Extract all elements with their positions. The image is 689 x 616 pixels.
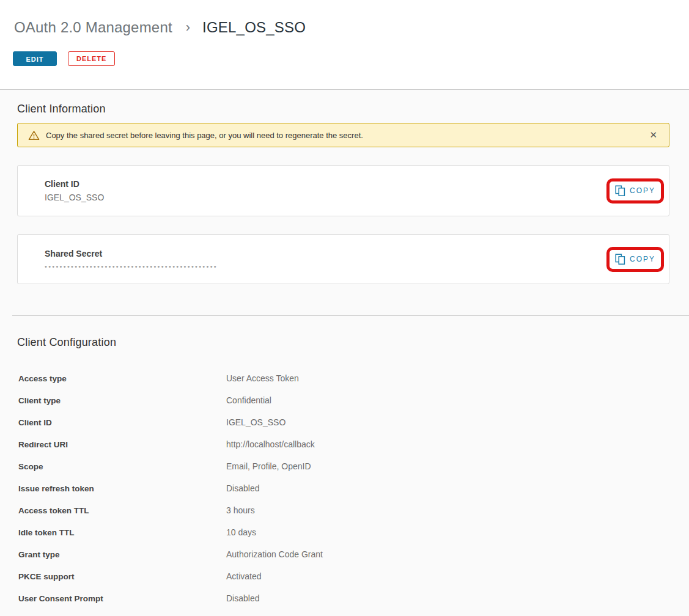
config-value: Disabled: [226, 593, 259, 603]
breadcrumb: OAuth 2.0 Management › IGEL_OS_SSO: [0, 0, 689, 36]
breadcrumb-parent-link[interactable]: OAuth 2.0 Management: [14, 19, 172, 35]
shared-secret-masked-value: ••••••••••••••••••••••••••••••••••••••••…: [45, 263, 218, 270]
config-row: Scope Email, Profile, OpenID: [17, 455, 669, 477]
breadcrumb-chevron-icon: ›: [186, 20, 191, 35]
config-label: Grant type: [18, 550, 226, 559]
config-value: Email, Profile, OpenID: [226, 461, 311, 471]
config-value: IGEL_OS_SSO: [226, 417, 286, 427]
config-label: Redirect URI: [18, 440, 226, 449]
config-value: Disabled: [226, 483, 259, 493]
client-configuration-heading: Client Configuration: [17, 316, 669, 349]
copy-button-label: COPY: [630, 186, 655, 195]
config-row: Client type Confidential: [17, 389, 669, 411]
copy-shared-secret-annotation-highlight: COPY: [606, 247, 664, 272]
client-id-fields: Client ID IGEL_OS_SSO: [45, 179, 104, 202]
shared-secret-fields: Shared Secret ••••••••••••••••••••••••••…: [45, 249, 218, 270]
config-label: Idle token TTL: [18, 528, 226, 537]
config-row: Grant type Authorization Code Grant: [17, 543, 669, 565]
config-value: 3 hours: [226, 505, 255, 515]
config-value: Authorization Code Grant: [226, 549, 323, 559]
config-label: Client ID: [18, 418, 226, 427]
copy-client-id-button[interactable]: COPY: [613, 184, 658, 198]
config-value: http://localhost/callback: [226, 439, 315, 449]
config-label: Access token TTL: [18, 506, 226, 515]
config-label: Client type: [18, 396, 226, 405]
config-label: Issue refresh token: [18, 484, 226, 493]
shared-secret-card: Shared Secret ••••••••••••••••••••••••••…: [17, 234, 669, 284]
config-row: Client ID IGEL_OS_SSO: [17, 411, 669, 433]
config-value: 10 days: [226, 527, 256, 537]
shared-secret-label: Shared Secret: [45, 249, 218, 258]
copy-icon: [615, 254, 625, 265]
client-id-value: IGEL_OS_SSO: [45, 193, 104, 202]
main-content: Client Information Copy the shared secre…: [0, 90, 689, 616]
delete-button[interactable]: DELETE: [68, 51, 115, 66]
config-label: User Consent Prompt: [18, 594, 226, 603]
client-id-card: Client ID IGEL_OS_SSO COPY: [17, 165, 669, 216]
client-id-label: Client ID: [45, 179, 104, 189]
config-label: Access type: [18, 374, 226, 383]
page-header: OAuth 2.0 Management › IGEL_OS_SSO EDIT …: [0, 0, 689, 90]
warning-message: Copy the shared secret before leaving th…: [46, 131, 363, 140]
config-row: Issue refresh token Disabled: [17, 477, 669, 499]
warning-banner: Copy the shared secret before leaving th…: [17, 123, 669, 147]
action-row: EDIT DELETE: [13, 51, 689, 66]
edit-button[interactable]: EDIT: [13, 51, 57, 66]
config-value: User Access Token: [226, 373, 299, 383]
copy-shared-secret-button[interactable]: COPY: [613, 252, 658, 266]
copy-icon: [615, 185, 625, 197]
copy-client-id-annotation-highlight: COPY: [606, 178, 664, 204]
config-row: Access token TTL 3 hours: [17, 499, 669, 521]
page-title: IGEL_OS_SSO: [202, 19, 306, 35]
copy-button-label: COPY: [630, 255, 655, 263]
config-row: Redirect URI http://localhost/callback: [17, 433, 669, 455]
config-row: Idle token TTL 10 days: [17, 521, 669, 543]
config-label: Scope: [18, 462, 226, 471]
config-value: Confidential: [226, 395, 271, 405]
config-label: PKCE support: [18, 572, 226, 581]
warning-triangle-icon: [28, 130, 40, 141]
config-value: Activated: [226, 571, 262, 581]
config-row: Access type User Access Token: [17, 367, 669, 389]
config-row: User Consent Prompt Disabled: [17, 587, 669, 609]
config-row: PKCE support Activated: [17, 565, 669, 587]
close-icon[interactable]: ✕: [648, 130, 658, 141]
client-configuration-list: Access type User Access Token Client typ…: [17, 367, 669, 609]
client-information-heading: Client Information: [17, 90, 669, 116]
